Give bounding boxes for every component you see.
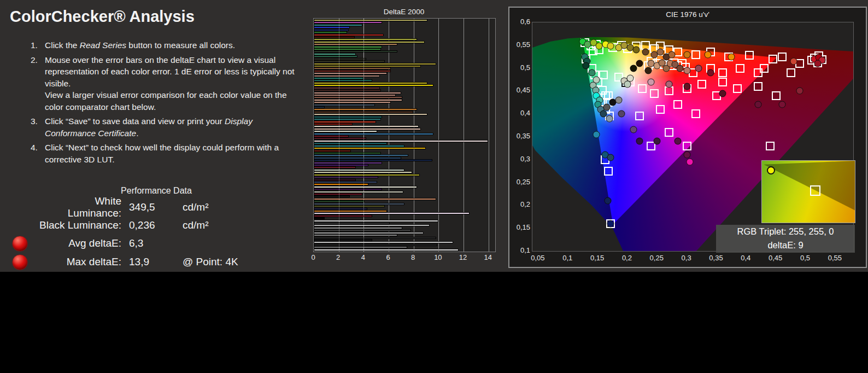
deltae-bar[interactable]	[314, 203, 404, 205]
measured-point-marker[interactable]	[582, 62, 589, 69]
deltae-bar[interactable]	[314, 104, 375, 106]
measured-point-marker[interactable]	[630, 65, 637, 72]
measured-point-marker[interactable]	[675, 138, 682, 145]
deltae-bar[interactable]	[314, 220, 438, 222]
measured-point-marker[interactable]	[644, 67, 652, 74]
deltae-bar[interactable]	[314, 137, 366, 139]
deltae-bar[interactable]	[314, 101, 391, 103]
measured-point-marker[interactable]	[636, 60, 643, 67]
deltae-bar[interactable]	[314, 237, 436, 239]
measured-point-marker[interactable]	[618, 110, 625, 118]
deltae-bar[interactable]	[314, 108, 417, 110]
measured-point-marker[interactable]	[648, 78, 655, 85]
deltae-bar[interactable]	[314, 145, 404, 147]
target-square-marker[interactable]	[772, 91, 781, 100]
target-square-marker[interactable]	[697, 80, 706, 89]
measured-point-marker[interactable]	[728, 53, 735, 60]
deltae-bar[interactable]	[314, 55, 357, 57]
deltae-bar[interactable]	[314, 232, 424, 234]
measured-point-marker[interactable]	[668, 51, 676, 58]
target-square-marker[interactable]	[691, 50, 700, 59]
measured-point-marker[interactable]	[603, 103, 610, 110]
deltae-bar[interactable]	[314, 205, 385, 207]
target-square-marker[interactable]	[650, 89, 659, 98]
deltae-bar[interactable]	[314, 135, 349, 137]
deltae-bar[interactable]	[314, 118, 381, 120]
target-square-marker[interactable]	[691, 109, 700, 118]
deltae-bar[interactable]	[314, 84, 433, 86]
measured-point-marker[interactable]	[627, 74, 634, 81]
deltae-bar[interactable]	[314, 82, 427, 84]
deltae-bar[interactable]	[314, 162, 382, 164]
deltae-bar[interactable]	[314, 29, 349, 31]
deltae-bar[interactable]	[314, 92, 401, 94]
deltae-bar[interactable]	[314, 87, 380, 89]
deltae-bar[interactable]	[314, 24, 362, 26]
measured-point-marker[interactable]	[683, 51, 690, 58]
measured-point-marker[interactable]	[615, 97, 622, 104]
deltae-bar[interactable]	[314, 128, 421, 130]
deltae-bar[interactable]	[314, 150, 351, 152]
deltae-bar[interactable]	[314, 208, 367, 210]
measured-point-marker[interactable]	[630, 126, 637, 133]
deltae-bar[interactable]	[314, 227, 402, 229]
deltae-bar[interactable]	[314, 186, 417, 188]
measured-point-marker[interactable]	[707, 69, 714, 76]
target-square-marker[interactable]	[787, 68, 795, 77]
target-square-marker[interactable]	[665, 128, 673, 137]
measured-point-marker[interactable]	[683, 67, 690, 74]
measured-point-marker[interactable]	[607, 154, 614, 161]
deltae-bar[interactable]	[314, 159, 432, 161]
deltae-bar[interactable]	[314, 121, 376, 123]
target-square-marker[interactable]	[635, 112, 644, 120]
deltae-bar[interactable]	[314, 63, 436, 65]
measured-point-marker[interactable]	[676, 65, 683, 72]
deltae-bar[interactable]	[314, 224, 430, 226]
deltae-bar[interactable]	[314, 200, 365, 202]
deltae-bar[interactable]	[314, 140, 488, 142]
deltae-bar[interactable]	[314, 193, 362, 195]
deltae-bar[interactable]	[314, 229, 411, 231]
deltae-bar[interactable]	[314, 130, 377, 132]
target-square-marker[interactable]	[599, 71, 608, 79]
measured-point-marker[interactable]	[654, 138, 661, 145]
deltae-bar[interactable]	[314, 75, 380, 77]
measured-point-marker[interactable]	[683, 83, 690, 90]
target-square-marker[interactable]	[778, 53, 787, 61]
measured-point-marker[interactable]	[778, 101, 785, 108]
deltae-bar[interactable]	[314, 125, 419, 127]
measured-point-marker[interactable]	[687, 158, 694, 165]
deltae-bar[interactable]	[314, 198, 436, 200]
measured-point-marker[interactable]	[695, 65, 702, 72]
deltae-bar[interactable]	[314, 157, 401, 159]
deltae-bar[interactable]	[314, 133, 433, 135]
measured-point-marker[interactable]	[796, 88, 804, 95]
deltae-bar[interactable]	[314, 50, 397, 53]
deltae-bar[interactable]	[314, 38, 417, 40]
deltae-bar[interactable]	[314, 65, 421, 67]
target-square-marker[interactable]	[769, 55, 777, 63]
deltae-bar[interactable]	[314, 123, 353, 125]
deltae-bar[interactable]	[314, 222, 390, 224]
measured-point-marker[interactable]	[636, 138, 643, 145]
deltae-bar[interactable]	[314, 241, 453, 243]
target-square-marker[interactable]	[736, 64, 744, 73]
deltae-bar[interactable]	[314, 176, 378, 178]
measured-point-marker[interactable]	[607, 220, 614, 227]
deltae-bar[interactable]	[314, 169, 404, 171]
deltae-bar[interactable]	[314, 53, 356, 55]
measured-point-marker[interactable]	[605, 197, 612, 205]
deltae-bar[interactable]	[314, 142, 387, 144]
deltae-bar[interactable]	[314, 179, 356, 181]
deltae-bar[interactable]	[314, 152, 381, 154]
deltae-bar[interactable]	[314, 166, 356, 168]
deltae-bar[interactable]	[314, 210, 387, 212]
target-square-marker[interactable]	[745, 51, 754, 60]
deltae-bar[interactable]	[314, 21, 382, 24]
measured-point-marker[interactable]	[666, 80, 673, 88]
target-square-marker[interactable]	[718, 78, 727, 86]
deltae-bar[interactable]	[314, 70, 391, 72]
measured-point-marker[interactable]	[704, 51, 711, 58]
target-square-marker[interactable]	[733, 84, 742, 93]
target-square-marker[interactable]	[656, 105, 665, 114]
